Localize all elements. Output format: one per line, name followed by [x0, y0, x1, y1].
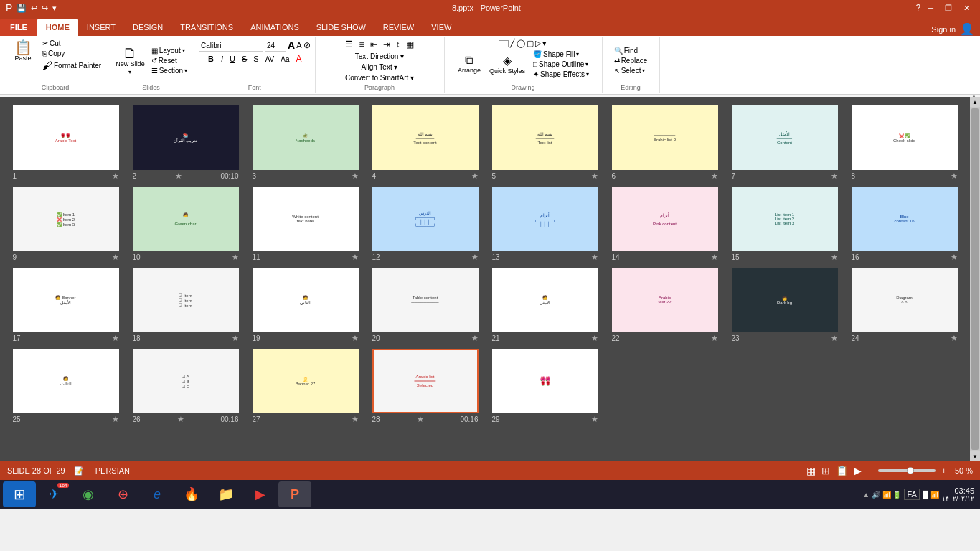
reading-view-button[interactable]: 📋: [836, 465, 848, 476]
decrease-indent-button[interactable]: ⇤: [368, 39, 380, 50]
app-firefox[interactable]: 🔥: [175, 481, 208, 507]
zoom-out-button[interactable]: ─: [867, 466, 873, 475]
increase-indent-button[interactable]: ⇥: [381, 39, 392, 50]
slide-item-15[interactable]: List item 1 List item 2 List item 315★: [727, 187, 842, 262]
slide-panel[interactable]: 🌹🌹 Arabic Text1★📚 تعريب القرآن2★00:10🌴 N…: [0, 97, 970, 461]
slide-star-28[interactable]: ★: [417, 415, 424, 424]
convert-smartart-button[interactable]: Convert to SmartArt ▾: [343, 73, 416, 83]
slide-star-24[interactable]: ★: [951, 334, 958, 343]
slide-star-1[interactable]: ★: [112, 171, 119, 181]
zoom-thumb[interactable]: [907, 467, 914, 474]
char-spacing-button[interactable]: AV: [263, 55, 277, 64]
slide-item-25[interactable]: 🧑 الثالث25★: [9, 349, 123, 424]
change-case-button[interactable]: Aa: [278, 55, 291, 64]
slide-item-8[interactable]: ❌ ✅ Check slide8★: [847, 105, 961, 181]
start-button[interactable]: ⊞: [3, 481, 36, 507]
slide-sorter-button[interactable]: ⊞: [821, 465, 830, 476]
slide-star-3[interactable]: ★: [352, 171, 359, 181]
decrease-font-button[interactable]: A: [296, 41, 301, 50]
save-button[interactable]: 💾: [17, 4, 27, 13]
slide-item-11[interactable]: White content text here11★: [248, 187, 362, 262]
slide-star-10[interactable]: ★: [232, 253, 239, 262]
slide-item-16[interactable]: Blue content 1616★: [847, 187, 961, 262]
slide-star-20[interactable]: ★: [471, 334, 479, 343]
copy-button[interactable]: ⎘ Copy: [40, 49, 103, 58]
app-files[interactable]: 📁: [209, 481, 242, 507]
slide-star-17[interactable]: ★: [112, 334, 119, 343]
replace-button[interactable]: ⇄ Replace: [612, 56, 650, 65]
slide-item-4[interactable]: بسم الله ══════ Text content4★: [368, 105, 482, 181]
slide-item-21[interactable]: 🧑 الأمثل21★: [488, 268, 602, 343]
tab-slideshow[interactable]: SLIDE SHOW: [308, 19, 374, 36]
tab-animations[interactable]: ANIMATIONS: [242, 19, 308, 36]
tab-file[interactable]: FILE: [0, 19, 37, 36]
tab-transitions[interactable]: TRANSITIONS: [171, 19, 242, 36]
app-opera[interactable]: ⊕: [106, 481, 139, 507]
undo-button[interactable]: ↩: [31, 4, 37, 13]
scroll-down-button[interactable]: ▼: [970, 451, 980, 461]
slide-star-13[interactable]: ★: [591, 253, 598, 262]
scroll-up-button[interactable]: ▲: [970, 97, 980, 107]
increase-font-button[interactable]: A: [288, 39, 295, 51]
tab-view[interactable]: VIEW: [423, 19, 460, 36]
reset-button[interactable]: ↺ Reset: [149, 56, 189, 65]
zoom-in-button[interactable]: +: [941, 466, 946, 475]
slide-item-24[interactable]: Diagram /\ /\24★: [847, 268, 961, 343]
slide-item-7[interactable]: الأمثل ───── Content7★: [727, 105, 842, 181]
app-media[interactable]: ▶: [244, 481, 277, 507]
align-text-button[interactable]: Align Text ▾: [359, 62, 400, 72]
zoom-slider[interactable]: [878, 469, 936, 472]
language-switcher[interactable]: FA: [904, 489, 919, 500]
slide-item-17[interactable]: 🧑 Banner الأمثل17★: [9, 268, 123, 343]
quick-styles-button[interactable]: ◈ Quick Styles: [486, 50, 528, 79]
slide-item-26[interactable]: ☑ A ☑ B ☑ C26★00:16: [128, 349, 242, 424]
layout-dropdown[interactable]: ▾: [182, 47, 185, 54]
strikethrough-button[interactable]: S: [240, 54, 249, 64]
close-button[interactable]: ✕: [959, 2, 974, 14]
font-color-button[interactable]: A: [294, 53, 304, 65]
columns-button[interactable]: ▦: [404, 39, 416, 50]
layout-button[interactable]: ▦ Layout ▾: [149, 46, 189, 55]
shape-rect[interactable]: [499, 40, 509, 47]
slide-item-29[interactable]: 🌺🌺 🌹🌹29★: [488, 349, 602, 424]
slide-star-6[interactable]: ★: [711, 171, 718, 181]
clear-formatting-button[interactable]: ⊘: [303, 40, 311, 50]
slide-star-12[interactable]: ★: [471, 253, 479, 262]
help-button[interactable]: ?: [916, 3, 921, 13]
underline-button[interactable]: U: [227, 54, 237, 64]
slide-star-21[interactable]: ★: [591, 334, 598, 343]
slide-item-3[interactable]: 🌴 Nasheeds3★: [248, 105, 362, 181]
bold-button[interactable]: B: [205, 53, 217, 65]
vertical-scrollbar[interactable]: ▲ ▼: [970, 97, 980, 461]
slide-item-1[interactable]: 🌹🌹 Arabic Text1★: [9, 105, 123, 181]
slide-item-27[interactable]: 🎗️ Banner 2727★: [248, 349, 362, 424]
more-shapes-button[interactable]: ▾: [542, 39, 547, 48]
slide-item-5[interactable]: بسم الله ══════ Text list5★: [488, 105, 602, 181]
format-painter-button[interactable]: 🖌 Format Painter: [40, 59, 103, 72]
new-slide-button[interactable]: 🗋 New Slide ▾: [113, 44, 148, 77]
slide-star-23[interactable]: ★: [831, 334, 838, 343]
slide-star-9[interactable]: ★: [112, 253, 119, 262]
slide-star-16[interactable]: ★: [951, 253, 958, 262]
cut-button[interactable]: ✂ Cut: [40, 39, 103, 48]
tab-design[interactable]: DESIGN: [124, 19, 171, 36]
paste-button[interactable]: 📋 Paste: [7, 39, 39, 64]
shape-oval[interactable]: ◯: [517, 39, 525, 48]
normal-view-button[interactable]: ▦: [806, 465, 816, 476]
slide-star-25[interactable]: ★: [112, 415, 119, 424]
text-direction-button[interactable]: Text Direction ▾: [353, 52, 406, 61]
shape-fill-button[interactable]: 🪣 Shape Fill ▾: [531, 50, 591, 59]
line-spacing-button[interactable]: ↕: [394, 39, 402, 50]
scroll-thumb[interactable]: [971, 108, 979, 450]
slide-show-button[interactable]: ▶: [854, 465, 862, 476]
slide-star-2[interactable]: ★: [175, 171, 182, 181]
shape-rounded-rect[interactable]: ▢: [527, 39, 534, 48]
app-powerpoint[interactable]: P: [278, 481, 311, 507]
app-ie[interactable]: e: [141, 481, 174, 507]
slide-star-15[interactable]: ★: [831, 253, 838, 262]
slide-item-9[interactable]: ✅ Item 1 ❌ Item 2 ✅ Item 39★: [9, 187, 123, 262]
app-telegram[interactable]: ✈ 164: [37, 481, 70, 507]
shape-outline-button[interactable]: □ Shape Outline ▾: [531, 60, 591, 69]
tab-insert[interactable]: INSERT: [78, 19, 124, 36]
numbering-button[interactable]: ≡: [357, 39, 366, 50]
